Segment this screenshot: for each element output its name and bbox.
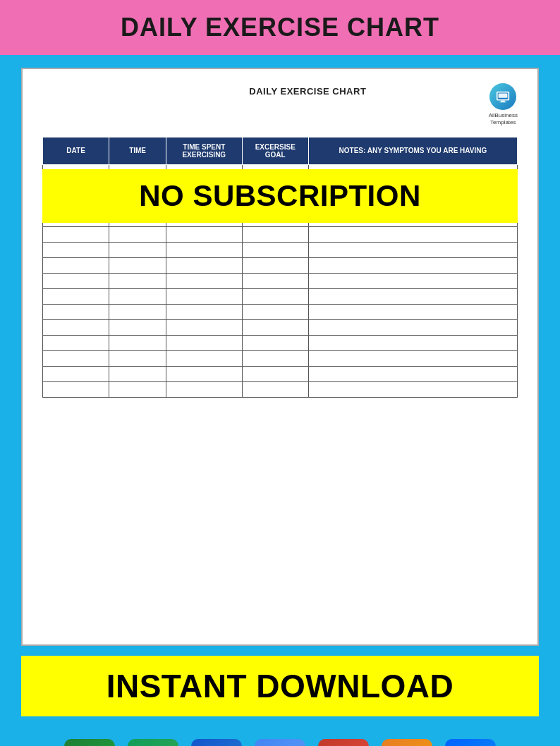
instant-download-banner[interactable]: INSTANT DOWNLOAD: [21, 656, 539, 716]
col-notes: NOTES: ANY SYMPTOMS YOU ARE HAVING: [308, 137, 517, 164]
table-row: [43, 350, 518, 366]
doc-header: DAILY EXERCISE CHART AllBusiness Templat…: [42, 83, 518, 127]
instant-download-text: INSTANT DOWNLOAD: [106, 668, 454, 704]
col-goal: EXCERSISE GOAL: [242, 137, 308, 164]
table-row: [43, 335, 518, 350]
logo-line2: Templates: [490, 119, 516, 126]
powerpoint-icon[interactable]: P: [318, 739, 369, 746]
table-row: [43, 273, 518, 288]
app-icons-row: X W: [0, 726, 560, 746]
spreadsheet-wrapper: DATE TIME TIME SPENT EXERCISING EXCERSIS…: [42, 137, 518, 398]
svg-rect-3: [501, 101, 506, 102]
svg-rect-4: [500, 102, 506, 102]
table-row: [43, 304, 518, 319]
slides-icon[interactable]: [382, 739, 432, 746]
table-row: [43, 242, 518, 257]
sheets-icon[interactable]: [128, 739, 178, 746]
dropbox-icon[interactable]: [445, 739, 496, 746]
table-row: [43, 257, 518, 273]
col-time: TIME: [109, 137, 166, 164]
logo-line1: AllBusiness: [489, 112, 518, 119]
col-date: DATE: [43, 137, 109, 164]
svg-rect-2: [499, 93, 508, 97]
excel-icon[interactable]: X: [64, 739, 115, 746]
col-time-spent: TIME SPENT EXERCISING: [166, 137, 242, 164]
no-subscription-text: NO SUBSCRIPTION: [139, 179, 421, 212]
table-row: [43, 381, 518, 397]
docs-icon[interactable]: [255, 739, 305, 746]
table-row: [43, 288, 518, 304]
table-row: [43, 226, 518, 242]
table-row: [43, 366, 518, 381]
page-header: DAILY EXERCISE CHART: [0, 0, 560, 55]
document-preview: DAILY EXERCISE CHART AllBusiness Templat…: [21, 68, 539, 646]
word-icon[interactable]: W: [191, 739, 242, 746]
logo-icon: [489, 83, 516, 110]
page-title: DAILY EXERCISE CHART: [7, 13, 553, 42]
no-subscription-banner: NO SUBSCRIPTION: [42, 169, 518, 223]
doc-title: DAILY EXERCISE CHART: [249, 83, 366, 97]
table-row: [43, 319, 518, 335]
logo-area: AllBusiness Templates: [489, 83, 518, 127]
